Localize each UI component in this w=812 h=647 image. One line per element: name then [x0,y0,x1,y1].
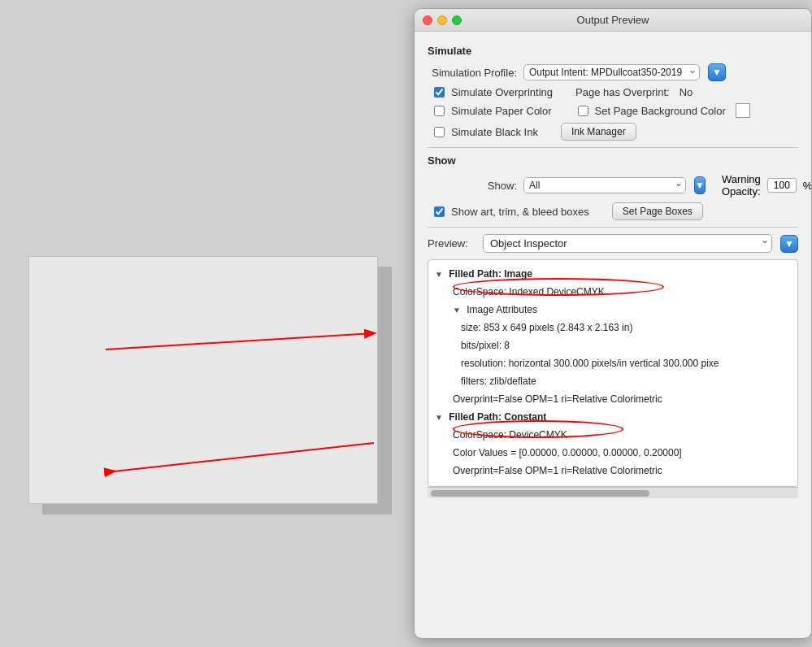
inspector-row-1[interactable]: ColorSpace: Indexed DeviceCMYK [428,283,797,301]
inspector-row-6[interactable]: filters: zlib/deflate [428,372,797,390]
inspector-row-11[interactable]: Overprint=False OPM=1 ri=Relative Colori… [428,462,797,480]
minimize-button[interactable] [437,15,447,25]
page-has-overprint-value: No [680,86,693,98]
simulate-overprinting-label: Simulate Overprinting [451,86,553,98]
maximize-button[interactable] [452,15,462,25]
simulation-profile-dropdown-arrow[interactable]: ▼ [708,63,726,81]
inspector-row-10[interactable]: Color Values = [0.00000, 0.00000, 0.0000… [428,444,797,462]
show-art-trim-row: Show art, trim, & bleed boxes Set Page B… [434,202,798,220]
background-color-swatch[interactable] [736,103,750,118]
simulate-overprinting-row: Simulate Overprinting Page has Overprint… [434,86,798,98]
show-dropdown-arrow[interactable]: ▼ [694,176,706,194]
percent-label: % [803,180,811,192]
warning-opacity-input[interactable]: 100 [767,178,797,193]
show-art-trim-label: Show art, trim, & bleed boxes [451,206,589,218]
window-title: Output Preview [577,14,649,26]
canvas-area [0,0,398,647]
simulate-black-ink-checkbox[interactable] [434,127,445,137]
preview-row: Preview: Object Inspector ▼ [428,234,798,253]
show-art-trim-checkbox[interactable] [434,206,445,217]
inspector-row-4[interactable]: bits/pixel: 8 [428,337,797,354]
simulate-overprinting-checkbox[interactable] [434,87,445,98]
simulate-black-ink-label: Simulate Black Ink [451,126,538,138]
simulate-paper-color-row: Simulate Paper Color Set Page Background… [434,103,798,118]
inspector-row-7[interactable]: Overprint=False OPM=1 ri=Relative Colori… [428,390,797,408]
preview-label: Preview: [428,237,476,250]
show-label: Show: [428,180,517,192]
inspector-row-8[interactable]: ▼ Filled Path: Constant [428,408,797,426]
simulate-paper-color-checkbox[interactable] [434,106,445,116]
simulate-black-ink-row: Simulate Black Ink Ink Manager [434,123,798,141]
inspector-row-5[interactable]: resolution: horizontal 300.000 pixels/in… [428,354,797,372]
show-select[interactable]: All [523,177,686,193]
set-page-background-checkbox[interactable] [578,106,588,116]
close-button[interactable] [423,15,432,25]
show-section-label: Show [428,154,798,167]
page-has-overprint-label: Page has Overprint: [575,86,670,98]
scrollbar-area[interactable] [428,487,798,498]
ink-manager-button[interactable]: Ink Manager [561,123,636,141]
simulation-profile-label: Simulation Profile: [428,67,517,79]
simulation-profile-select[interactable]: Output Intent: MPDullcoat350-2019 [523,64,700,80]
preview-dropdown-arrow[interactable]: ▼ [780,235,798,253]
triangle-2: ▼ [453,304,461,316]
warning-opacity-label: Warning Opacity: [722,173,761,198]
simulate-paper-color-label: Simulate Paper Color [451,105,552,117]
inspector-row-9[interactable]: ColorSpace: DeviceCMYK [428,426,797,444]
inspector-row-2[interactable]: ▼ Image Attributes [428,301,797,319]
preview-select[interactable]: Object Inspector [483,234,772,253]
show-row: Show: All ▼ Warning Opacity: 100 % [428,173,798,198]
window-content: Simulate Simulation Profile: Output Inte… [415,32,811,638]
scrollbar-thumb[interactable] [431,490,649,497]
simulate-section-label: Simulate [428,45,798,57]
output-preview-window: Output Preview Simulate Simulation Profi… [414,8,812,639]
triangle-0: ▼ [435,268,443,280]
inspector-panel[interactable]: ▼ Filled Path: Image ColorSpace: Indexed… [428,259,798,487]
set-page-boxes-button[interactable]: Set Page Boxes [612,202,703,220]
show-dropdown-wrapper: All [523,177,686,193]
simulation-profile-dropdown-wrapper: Output Intent: MPDullcoat350-2019 [523,64,700,80]
preview-dropdown-wrapper: Object Inspector [483,234,772,253]
inspector-row-3[interactable]: size: 853 x 649 pixels (2.843 x 2.163 in… [428,319,797,337]
triangle-8: ▼ [435,411,443,423]
page-white [28,256,378,504]
set-page-background-label: Set Page Background Color [595,105,726,117]
inspector-container: ▼ Filled Path: Image ColorSpace: Indexed… [428,259,798,498]
inspector-row-0[interactable]: ▼ Filled Path: Image [428,265,797,283]
simulation-profile-row: Simulation Profile: Output Intent: MPDul… [428,63,798,81]
window-titlebar: Output Preview [415,9,811,32]
traffic-lights [423,15,462,25]
